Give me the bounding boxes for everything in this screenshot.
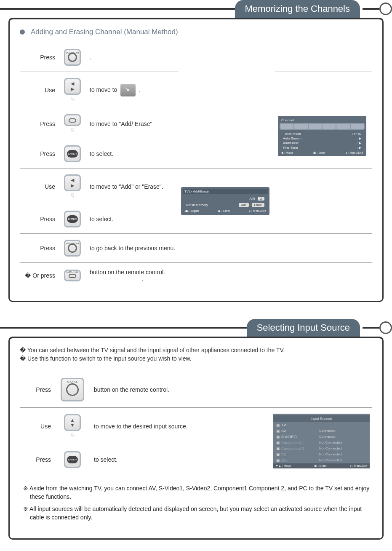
- enter-button-icon: ENTER: [64, 451, 81, 468]
- intro-block: � You can select between the TV signal a…: [20, 347, 372, 362]
- step-row: Press MENU/EXIT .: [20, 43, 372, 72]
- step-label: Use: [20, 169, 58, 205]
- step-label: Press: [20, 372, 53, 408]
- intro-line: � Use this function to switch to the inp…: [20, 355, 372, 362]
- left-right-button-icon: ◀ ▶: [64, 174, 81, 191]
- hand-icon: ☟: [56, 432, 89, 439]
- step-text: to move to "Add" or "Erase".: [87, 169, 179, 205]
- step-text: button on the remote control.: [91, 372, 270, 408]
- step-label: Press: [20, 43, 58, 72]
- step-row: Use ◀ ▶ ☟ to move to "Add" or "Erase". T…: [20, 169, 372, 205]
- step-row: Use ▲▼ ☟ to move to the desired input so…: [20, 408, 372, 445]
- osd-add-erase: TV ▷ Add/Erase AIR 2 Not in Memory Add E…: [181, 187, 269, 215]
- osd-channel-menu: Channel Tuner Mode: HRC Auto Search: ▶ A…: [278, 116, 366, 156]
- step-text: to select.: [91, 445, 270, 474]
- step-text: to select.: [87, 139, 179, 169]
- step-trail: .: [142, 276, 144, 282]
- left-right-button-icon: ◀ ▶: [64, 78, 81, 95]
- step-label: Press: [20, 234, 58, 263]
- content-memorizing: Adding and Erasing Channel (Manual Metho…: [8, 18, 384, 302]
- header-title-inputsrc: Selecting Input Source: [247, 319, 360, 337]
- step-text: to move to "Add/ Erase": [87, 108, 179, 139]
- notes-block: ※ Aside from the watching TV, you can co…: [20, 484, 372, 522]
- up-down-button-icon: ▲▼: [64, 414, 81, 431]
- step-text: to go back to the previous menu.: [87, 234, 179, 263]
- bullet-icon: [20, 29, 25, 35]
- step-text: to move to the desired input source.: [91, 408, 270, 445]
- step-row: � Or press ADD/ERASE button on the remot…: [20, 263, 372, 289]
- content-inputsrc: � You can select between the TV signal a…: [8, 337, 384, 540]
- channel-menu-icon: [120, 84, 136, 96]
- osd-input-source: Input Source ▣TV ▣AVConnected ▣S VIDEOCo…: [273, 414, 370, 468]
- step-row: Press SOURCE button on the remote contro…: [20, 372, 372, 408]
- menu-button-icon: MENU/EXIT: [64, 240, 81, 257]
- step-label: Press: [20, 445, 53, 474]
- enter-button-icon: ENTER: [64, 145, 81, 162]
- intro-line: � You can select between the TV signal a…: [20, 347, 372, 353]
- step-text: .: [87, 43, 179, 72]
- step-label: Press: [20, 205, 58, 234]
- section-header-memorizing: Memorizing the Channels: [0, 0, 392, 18]
- step-text-a: to move to: [90, 86, 117, 93]
- step-label: Press: [20, 108, 58, 139]
- subhead: Adding and Erasing Channel (Manual Metho…: [20, 28, 372, 36]
- step-text: to select.: [87, 205, 179, 234]
- down-button-icon: [64, 114, 81, 126]
- steps-table-memorizing: Press MENU/EXIT . Use ◀ ▶ ☟ to move to: [20, 43, 372, 288]
- menu-button-icon: MENU/EXIT: [64, 49, 81, 66]
- header-title-memorizing: Memorizing the Channels: [235, 0, 360, 18]
- header-hub-icon: [363, 321, 392, 334]
- hand-icon: ☟: [60, 192, 85, 199]
- add-erase-button-icon: ADD/ERASE: [64, 270, 81, 281]
- subhead-text: Adding and Erasing Channel (Manual Metho…: [31, 28, 178, 36]
- step-text: button on the remote control.: [90, 269, 165, 276]
- step-label: � Or press: [20, 263, 58, 289]
- step-label: Use: [20, 72, 58, 109]
- step-label: Use: [20, 408, 53, 445]
- source-button-icon: SOURCE: [61, 378, 84, 401]
- note-line: ※ All input sources will be automaticall…: [20, 505, 372, 522]
- hand-icon: ☟: [60, 127, 85, 134]
- note-line: ※ Aside from the watching TV, you can co…: [20, 484, 372, 501]
- step-text-b: .: [139, 86, 141, 93]
- header-hub-icon: [363, 3, 392, 15]
- section-header-inputsrc: Selecting Input Source: [0, 319, 392, 337]
- step-label: Press: [20, 139, 58, 169]
- steps-table-inputsrc: Press SOURCE button on the remote contro…: [20, 372, 372, 474]
- hand-icon: ☟: [60, 96, 85, 102]
- step-row: Press MENU/EXIT to go back to the previo…: [20, 234, 372, 263]
- enter-button-icon: ENTER: [64, 211, 81, 227]
